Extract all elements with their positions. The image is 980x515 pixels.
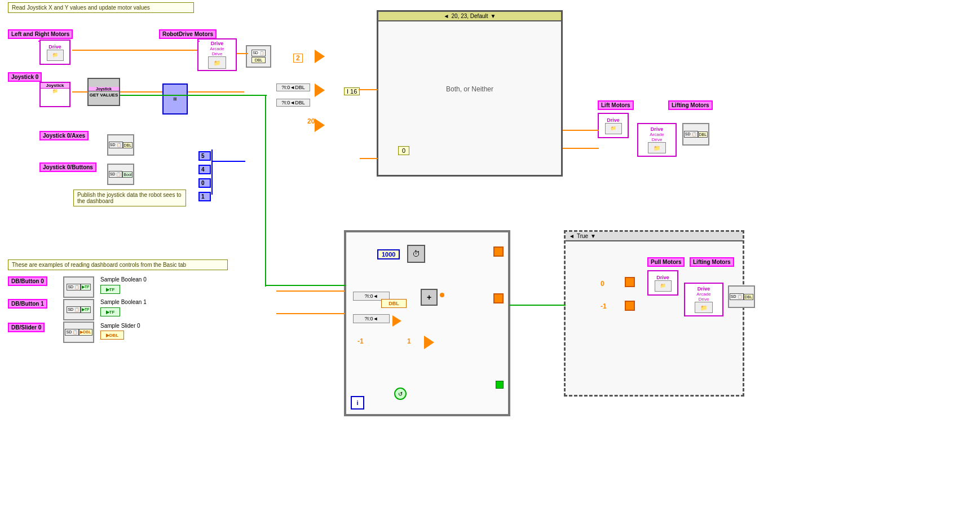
case-arrow-right[interactable]: ▼: [491, 13, 496, 19]
tf-indicator-1: ▶TF: [100, 285, 120, 294]
orange-ind-true: [625, 277, 635, 287]
sd-pull: SD 📋 DBL: [728, 285, 755, 308]
sd-lift: SD 📋 DBL: [682, 123, 709, 146]
arcade-drive-block-lift: Drive ArcadeDrive 📁: [637, 123, 677, 157]
wire-to-lift: [563, 130, 599, 131]
iteration-counter: i: [351, 396, 364, 410]
wire-loop-to-true: [509, 305, 566, 306]
label-db-button0: DB/Button 0: [8, 276, 47, 286]
num-2: 2: [293, 54, 303, 63]
true-arrow-left[interactable]: ◄: [569, 233, 575, 239]
num-20: 20: [307, 117, 315, 125]
true-val-neg1: -1: [601, 302, 607, 310]
tf-indicator-2: ▶TF: [100, 307, 120, 316]
wire-green-1: [120, 95, 267, 96]
drive-icon-1: 📁: [52, 52, 58, 58]
case-body-text: Both, or Neither: [446, 85, 493, 93]
wire-h-3: [120, 91, 162, 93]
comment-top: Read Joystick X and Y values and update …: [8, 2, 194, 13]
label-pull-motors: Pull Motors: [647, 257, 685, 267]
dbl-indicator: ▶DBL: [100, 331, 124, 340]
num-5: 5: [198, 151, 211, 161]
wire-blue-v1: [211, 149, 213, 195]
true-selector: True: [577, 233, 588, 239]
drive-block-pull: Drive 📁: [647, 270, 678, 296]
label-sample-bool0: Sample Boolean 0: [100, 276, 147, 283]
add-block: +: [421, 289, 438, 306]
wire-case-2: [360, 158, 378, 159]
comment-publish: Publish the joystick data the robot sees…: [73, 190, 186, 206]
wire-case-1: [359, 89, 378, 90]
case-body: Both, or Neither: [378, 21, 561, 157]
block-diagram-canvas: Read Joystick X and Y values and update …: [0, 0, 980, 515]
label-lifting-motors: Lifting Motors: [668, 100, 713, 110]
wire-pink-motors: [197, 41, 200, 42]
drive-label-1: Drive: [48, 44, 61, 50]
wire-to-loop-2: [276, 313, 345, 314]
multiply-triangle: [315, 50, 325, 63]
label-robotdrive-motors: RobotDrive Motors: [159, 29, 217, 39]
triangle-right: [315, 118, 325, 132]
orange-indicator-mid: [493, 293, 504, 303]
wire-to-loop-1: [276, 290, 345, 292]
green-indicator: [496, 381, 504, 389]
label-lifting-motors-pull: Lifting Motors: [690, 257, 734, 267]
num-1000: 1000: [377, 249, 400, 259]
label-joystick0-axes: Joystick 0/Axes: [39, 131, 89, 140]
i2i-block-lower: ?I:0◄: [353, 314, 390, 323]
get-values-block: Joystick GET VALUES: [87, 78, 120, 106]
label-db-slider0: DB/Slider 0: [8, 323, 45, 332]
joystick-block: Joystick 📁: [39, 82, 70, 107]
sd-buttons: SD 📋 Bool: [107, 164, 134, 185]
comment-dashboard: These are examples of reading dashboard …: [8, 259, 228, 270]
case-structure: ◄ 20, 23, Default ▼ Both, or Neither 0: [377, 10, 563, 177]
num-0: 0: [198, 178, 211, 188]
sd-dbl-slider: SD 📋 ▶DBL: [63, 322, 94, 343]
node-dot-1: [440, 293, 444, 297]
wire-h-arcade-sd: [237, 53, 248, 54]
wire-green-2: [265, 285, 346, 286]
case-arrow-left[interactable]: ◄: [444, 13, 449, 19]
label-joystick0-buttons: Joystick 0/Buttons: [39, 162, 96, 172]
wire-h-2: [72, 91, 88, 93]
case-header[interactable]: ◄ 20, 23, Default ▼: [378, 12, 561, 21]
dbl-block-loop: DBL: [381, 299, 407, 308]
timer-block: ⏱: [407, 245, 425, 263]
label-sample-slider0: Sample Slider 0: [100, 323, 140, 329]
num-4: 4: [198, 165, 211, 174]
label-sample-bool1: Sample Boolean 1: [100, 299, 147, 305]
num-1-left: 1: [198, 192, 211, 201]
label-lift-motors: Lift Motors: [598, 100, 634, 110]
label-db-button1: DB/Button 1: [8, 299, 47, 309]
true-arrow-right[interactable]: ▼: [590, 233, 596, 239]
feedback-node: ↺: [394, 388, 407, 400]
arcade-drive-block-pull: Drive ArcadeDrive 📁: [684, 283, 723, 316]
num-1-loop: 1: [407, 337, 411, 345]
sd-tf-2: SD 📋 ▶TF: [63, 299, 94, 320]
case-value-zero: 0: [398, 146, 409, 155]
wire-h-4: [188, 91, 244, 93]
label-joystick0: Joystick 0: [8, 72, 42, 82]
triangle-lower: [392, 315, 401, 327]
orange-indicator-top: [493, 247, 504, 257]
orange-ind-true2: [625, 301, 635, 311]
drive-block-left: Drive 📁: [39, 39, 70, 65]
build-array-block: ⊞: [162, 83, 188, 115]
case-selector: 20, 23, Default: [451, 13, 488, 19]
drive-block-lift: Drive 📁: [598, 113, 629, 138]
wire-pink-1: [38, 41, 41, 42]
plus-triangle: [315, 83, 325, 97]
sd-tf-1: SD 📋 ▶TF: [63, 276, 94, 298]
label-left-right-motors: Left and Right Motors: [8, 29, 73, 39]
i2i-block-2: ?I:0◄DBL: [276, 99, 310, 107]
true-val-0: 0: [601, 280, 604, 288]
wire-to-lift-2: [563, 148, 599, 149]
arcade-drive-block: Drive ArcadeDrive 📁: [197, 38, 237, 71]
i16-indicator: I 16: [344, 87, 360, 95]
while-loop: 1000 ⏱ ?I:0◄ DBL + ?I:0◄ -1 1 i ↺: [344, 230, 510, 416]
compare-triangle: [424, 336, 434, 349]
num-neg1-loop: -1: [357, 337, 364, 345]
true-structure: ◄ True ▼ 0 -1 Pull Motors Drive 📁 Liftin…: [564, 230, 744, 397]
i2i-block-1: ?I:0◄DBL: [276, 83, 310, 91]
true-header[interactable]: ◄ True ▼: [566, 232, 743, 241]
